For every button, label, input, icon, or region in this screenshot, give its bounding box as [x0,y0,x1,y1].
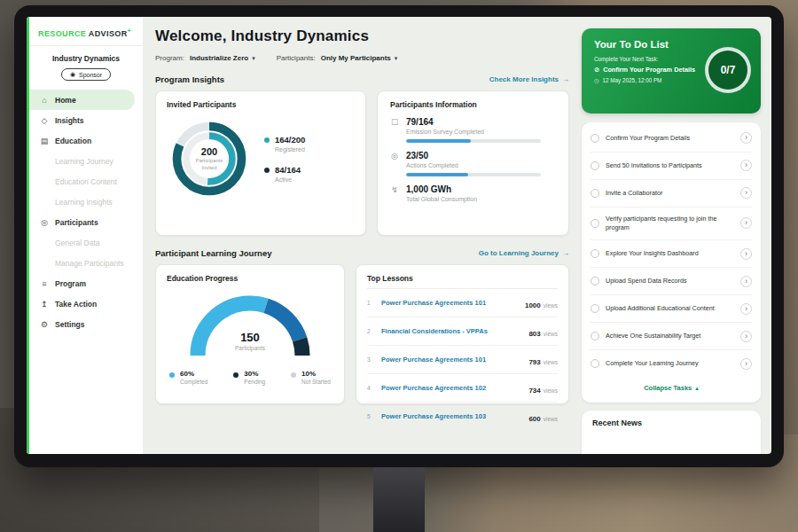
legend-dot [291,372,296,378]
task-label: Invite a Collaborator [606,189,734,198]
sidebar-item-insights[interactable]: ◇ Insights [29,110,143,130]
legend-label: Active [275,176,301,183]
chevron-right-icon[interactable]: › [740,331,752,342]
chevron-right-icon[interactable]: › [740,187,752,199]
sidebar-item-education-content[interactable]: Education Content [29,171,143,192]
sidebar-item-home[interactable]: ⌂ Home [29,90,135,110]
emission-progress-bar [406,139,541,143]
checkbox-icon[interactable] [591,277,599,286]
program-filter-dropdown[interactable]: Industrialize Zero ▾ [190,54,255,62]
checkbox-icon[interactable] [591,161,599,170]
task-row-achieve-target[interactable]: Achieve One Sustainability Target › [591,323,752,350]
checkbox-icon[interactable] [591,304,599,313]
task-row-upload-spend-data[interactable]: Upload Spend Data Records › [591,268,752,295]
app-logo[interactable]: RESOURCE ADVISOR+ [29,26,143,46]
legend-value: 30% [244,370,265,378]
go-to-learning-journey-link[interactable]: Go to Learning Journey → [479,249,569,257]
survey-icon: ☐ [390,118,399,143]
chevron-right-icon[interactable]: › [740,276,752,287]
invited-donut-chart: 200 Participants Invited [167,116,252,201]
legend-value: 164/200 [275,135,305,145]
lesson-rank: 2 [367,328,374,334]
collapse-label: Collapse Tasks [644,384,692,392]
chevron-right-icon[interactable]: › [740,303,752,315]
lesson-views: 803views [528,324,558,340]
sponsor-badge[interactable]: ◉ Sponsor [61,68,111,81]
sidebar-item-take-action[interactable]: ↥ Take Action [29,293,143,314]
sidebar-item-program[interactable]: ≡ Program [29,273,143,293]
chevron-right-icon[interactable]: › [740,217,752,229]
legend-label: Not Started [301,379,331,385]
lesson-views: 600views [528,409,558,425]
task-row-complete-learning-journey[interactable]: Complete Your Learning Journey › [591,350,752,377]
arrow-right-icon: → [562,75,569,83]
task-row-invite-collaborator[interactable]: Invite a Collaborator › [591,180,752,207]
checkbox-icon[interactable] [591,134,599,143]
lesson-rank: 5 [367,413,374,419]
checkbox-icon[interactable] [591,219,599,228]
task-label: Verify participants requesting to join t… [606,215,734,231]
task-label: Upload Additional Educational Content [606,304,734,313]
logo-advisor: ADVISOR [89,29,128,38]
learning-cards-row: Education Progress 150 Participants [155,264,569,404]
task-label: Achieve One Sustainability Target [606,332,734,340]
lesson-link[interactable]: Power Purchase Agreements 102 [381,384,521,392]
collapse-tasks-link[interactable]: Collapse Tasks ▴ [591,377,752,400]
sidebar-item-settings[interactable]: ⚙ Settings [29,314,143,334]
task-row-upload-educational-content[interactable]: Upload Additional Educational Content › [591,295,752,323]
education-icon: ▤ [40,137,49,145]
program-filter-label: Program: [155,54,184,62]
participants-filter-dropdown[interactable]: Only My Participants ▾ [321,54,398,62]
lesson-link[interactable]: Power Purchase Agreements 103 [381,412,521,420]
sidebar-item-education[interactable]: ▤ Education [29,130,143,151]
task-row-explore-insights[interactable]: Explore Your Insights Dashboard › [591,240,752,268]
legend-dot [264,137,270,143]
sidebar-item-label: Education [55,137,91,145]
sidebar-item-participants[interactable]: ◎ Participants [29,212,143,232]
org-name: Industry Dynamics [29,46,143,68]
checkbox-icon[interactable] [591,332,599,340]
lesson-link[interactable]: Financial Considerations - VPPAs [381,327,521,335]
donut-center-value: 200 [201,146,217,157]
circle-slash-icon: ⊘ [594,66,599,74]
task-label: Send 50 Invitations to Participants [606,161,734,170]
lesson-views: 734views [528,380,558,396]
task-row-send-invitations[interactable]: Send 50 Invitations to Participants › [591,153,752,180]
sidebar-item-general-data[interactable]: General Data [29,232,143,253]
lesson-row: 2 Financial Considerations - VPPAs 803vi… [367,317,558,346]
task-row-verify-participants[interactable]: Verify participants requesting to join t… [591,207,752,240]
target-icon: ◎ [390,152,399,176]
sponsor-label: Sponsor [79,72,102,78]
card-title: Invited Participants [167,100,355,109]
lesson-link[interactable]: Power Purchase Agreements 101 [381,299,518,307]
task-label: Confirm Your Program Details [606,134,734,143]
recent-news-title: Recent News [592,419,642,427]
chevron-right-icon[interactable]: › [740,358,752,370]
todo-progress-value: 0/7 [721,64,736,76]
checkbox-icon[interactable] [591,189,599,198]
sidebar-item-manage-participants[interactable]: Manage Participants [29,253,143,273]
chevron-right-icon[interactable]: › [740,248,752,260]
task-row-confirm-program[interactable]: Confirm Your Program Details › [591,125,752,153]
chevron-right-icon[interactable]: › [740,132,752,144]
sidebar-item-learning-journey[interactable]: Learning Journey [29,151,143,171]
sidebar-item-label: Learning Journey [55,157,113,166]
chevron-right-icon[interactable]: › [740,160,752,171]
lesson-link[interactable]: Power Purchase Agreements 101 [381,356,521,364]
task-label: Complete Your Learning Journey [606,359,734,368]
checkbox-icon[interactable] [591,359,599,368]
logo-plus: + [128,27,132,34]
sidebar-item-learning-insights[interactable]: Learning Insights [29,192,143,212]
stat-label: Actions Completed [406,162,541,168]
card-title: Education Progress [167,274,333,283]
todo-next-task: ⊘ Confirm Your Program Details [594,66,711,74]
stat-value: 1,000 GWh [406,184,477,194]
logo-resource: RESOURCE [38,29,86,38]
take-action-icon: ↥ [40,300,49,309]
checkbox-icon[interactable] [591,249,599,258]
sponsor-icon: ◉ [70,71,75,78]
todo-due-label: 12 May 2025, 12:00 PM [603,77,662,83]
link-label: Check More Insights [489,75,559,83]
check-more-insights-link[interactable]: Check More Insights → [489,75,569,83]
stat-actions-completed: ◎ 23/50 Actions Completed [390,151,558,176]
